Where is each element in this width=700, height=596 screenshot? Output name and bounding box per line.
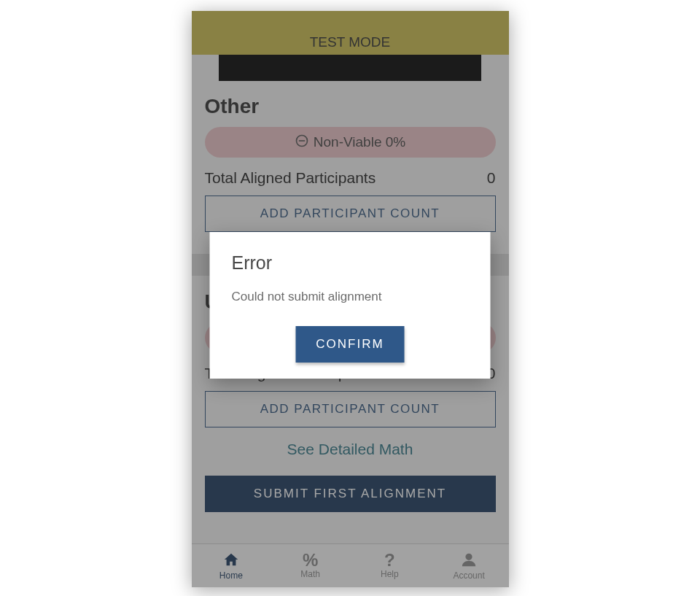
device-frame: Other Non-Viable 0% Total Aligned Partic… [192, 11, 509, 587]
error-dialog: Error Could not submit alignment CONFIRM [210, 232, 491, 379]
dialog-message: Could not submit alignment [232, 290, 469, 304]
confirm-button[interactable]: CONFIRM [295, 326, 404, 363]
dialog-title: Error [232, 252, 469, 274]
